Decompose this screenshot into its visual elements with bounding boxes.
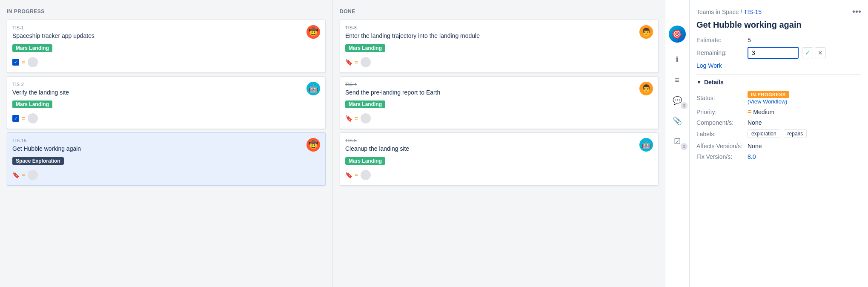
avatar-tis-5: 🤖	[639, 138, 653, 152]
labels-label: Labels:	[696, 131, 748, 138]
estimate-value: 5	[748, 37, 751, 43]
remaining-label: Remaining:	[696, 49, 748, 56]
remaining-row: Remaining: ✓ ✕	[696, 47, 861, 59]
log-work-link[interactable]: Log Work	[696, 62, 861, 69]
more-options-icon[interactable]: •••	[852, 7, 861, 17]
circle-tis-3	[361, 57, 371, 67]
breadcrumb-project: Teams in Space /	[696, 9, 742, 15]
card-tis-3[interactable]: TIS-3 Enter the landing trajectory into …	[340, 20, 659, 73]
separator-1	[696, 74, 861, 75]
priority-icon-tis-3: =	[355, 59, 358, 66]
tag-tis-2: Mars Landing	[12, 100, 52, 108]
circle-tis-2	[28, 113, 38, 123]
label-repairs[interactable]: repairs	[784, 129, 807, 138]
chevron-icon: ▼	[696, 79, 702, 85]
card-footer-tis-15: 🔖 =	[12, 170, 320, 180]
comment-count: 0	[681, 102, 688, 109]
affects-row: Affects Version/s: None	[696, 142, 861, 150]
card-tis-15[interactable]: TIS-15 Get Hubble working again Space Ex…	[7, 132, 326, 186]
priority-label: Priority:	[696, 109, 748, 115]
tag-tis-3: Mars Landing	[345, 44, 385, 52]
circle-tis-1	[28, 57, 38, 67]
circle-tis-4	[361, 113, 371, 123]
priority-icon-tis-5: =	[355, 172, 358, 178]
detail-panel: Teams in Space / TIS-15 ••• Get Hubble w…	[689, 0, 868, 287]
card-title-tis-1: Spaceship tracker app updates	[12, 32, 95, 40]
cancel-button[interactable]: ✕	[815, 47, 826, 58]
checklist-icon[interactable]: ☑ 0	[670, 135, 684, 148]
confirm-button[interactable]: ✓	[802, 47, 813, 58]
breadcrumb-issue[interactable]: TIS-15	[744, 9, 762, 15]
card-tis-1[interactable]: TIS-1 Spaceship tracker app updates Mars…	[7, 20, 326, 73]
column-in-progress: IN PROGRESS TIS-1 Spaceship tracker app …	[0, 0, 332, 287]
status-label: Status:	[696, 95, 748, 101]
card-id-tis-2: TIS-2	[12, 82, 69, 87]
card-footer-tis-3: 🔖 =	[345, 57, 653, 67]
detail-title: Get Hubble working again	[696, 20, 861, 30]
filter-icon[interactable]: ≡	[670, 73, 684, 87]
component-label: Component/s:	[696, 119, 748, 126]
avatar-tis-4: 👨	[639, 82, 653, 95]
component-row: Component/s: None	[696, 119, 861, 126]
priority-icon-tis-15: =	[22, 172, 25, 178]
card-tis-2[interactable]: TIS-2 Verify the landing site Mars Landi…	[7, 76, 326, 129]
bookmark-icon-tis-15: 🔖	[12, 172, 19, 178]
details-section-header[interactable]: ▼ Details	[696, 79, 861, 86]
check-icon-tis-1[interactable]	[12, 59, 19, 66]
component-value: None	[748, 119, 762, 126]
card-footer-tis-2: =	[12, 113, 320, 123]
card-footer-tis-5: 🔖 =	[345, 170, 653, 180]
avatar-tis-3: 👨	[639, 25, 653, 39]
card-title-tis-2: Verify the landing site	[12, 89, 69, 97]
card-title-tis-15: Get Hubble working again	[12, 145, 81, 153]
affects-value: None	[748, 143, 762, 149]
check-icon-tis-2[interactable]	[12, 115, 19, 122]
attachment-icon[interactable]: 📎	[670, 114, 684, 128]
tag-tis-5: Mars Landing	[345, 157, 385, 165]
remaining-actions: ✓ ✕	[802, 47, 826, 58]
priority-eq-icon: =	[748, 108, 751, 116]
card-title-tis-4: Send the pre-landing report to Earth	[345, 89, 440, 97]
card-id-tis-1: TIS-1	[12, 25, 95, 30]
fix-version-row: Fix Version/s: 8.0	[696, 153, 861, 160]
card-id-tis-5: TIS-5	[345, 138, 409, 143]
circle-tis-5	[361, 170, 371, 180]
avatar-tis-2: 🤖	[307, 82, 320, 95]
estimate-label: Estimate:	[696, 37, 748, 43]
remaining-input[interactable]	[748, 47, 799, 59]
info-icon[interactable]: ℹ	[670, 53, 684, 66]
affects-label: Affects Version/s:	[696, 142, 748, 150]
details-section-label: Details	[704, 79, 724, 86]
card-id-tis-3: TIS-3	[345, 25, 480, 30]
tag-tis-15: Space Exploration	[12, 157, 64, 165]
circle-tis-15	[28, 170, 38, 180]
breadcrumb: Teams in Space / TIS-15	[696, 9, 762, 15]
label-exploration[interactable]: exploration	[748, 129, 780, 138]
fix-value: 8.0	[748, 153, 756, 160]
bookmark-icon-tis-4: 🔖	[345, 115, 352, 122]
tag-tis-1: Mars Landing	[12, 44, 52, 52]
view-workflow-link[interactable]: (View Workflow)	[748, 98, 789, 105]
priority-row: Priority: = Medium	[696, 108, 861, 116]
column-header-done: DONE	[340, 5, 659, 14]
column-header-in-progress: IN PROGRESS	[7, 5, 326, 14]
priority-value: Medium	[753, 109, 774, 115]
card-tis-5[interactable]: TIS-5 Cleanup the landing site Mars Land…	[340, 132, 659, 186]
attachment-count: 0	[681, 143, 688, 150]
status-row: Status: IN PROGRESS (View Workflow)	[696, 91, 861, 105]
card-footer-tis-4: 🔖 =	[345, 113, 653, 123]
bookmark-icon-tis-3: 🔖	[345, 59, 352, 66]
card-title-tis-3: Enter the landing trajectory into the la…	[345, 32, 480, 40]
bookmark-icon-tis-5: 🔖	[345, 172, 352, 178]
card-id-tis-15: TIS-15	[12, 138, 81, 143]
tag-tis-4: Mars Landing	[345, 100, 385, 108]
column-done: DONE TIS-3 Enter the landing trajectory …	[333, 0, 665, 287]
fix-label: Fix Version/s:	[696, 153, 748, 160]
comment-icon[interactable]: 💬 0	[670, 94, 684, 107]
sidebar-right: 🎯 ℹ ≡ 💬 0 📎 ☑ 0	[665, 0, 689, 287]
app-icon: 🎯	[669, 26, 686, 43]
priority-icon-tis-4: =	[355, 115, 358, 122]
priority-icon-tis-2: =	[22, 115, 25, 122]
estimate-row: Estimate: 5	[696, 37, 861, 43]
card-tis-4[interactable]: TIS-4 Send the pre-landing report to Ear…	[340, 76, 659, 129]
